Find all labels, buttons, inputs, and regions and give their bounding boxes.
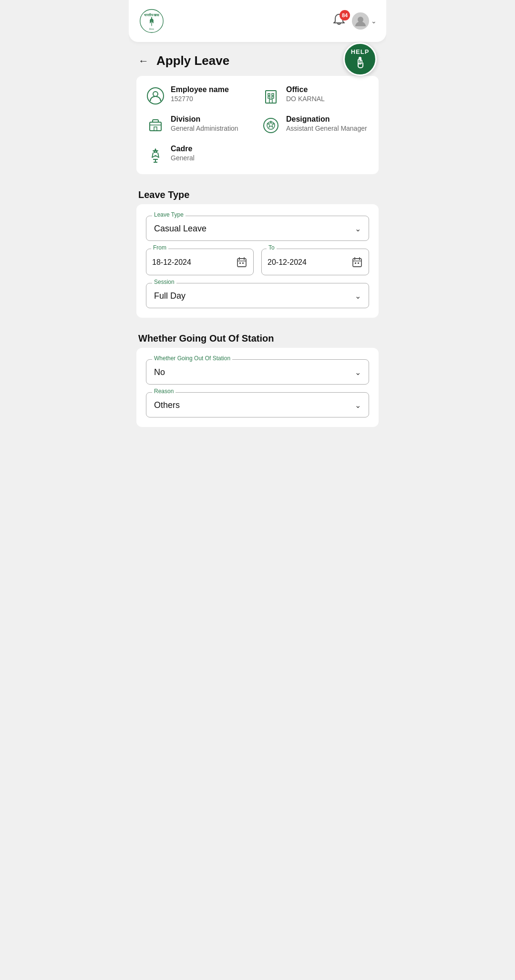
division-label: Division	[171, 115, 238, 124]
designation-icon	[261, 116, 280, 135]
going-out-form-card: Whether Going Out Of Station No ⌄ Reason…	[136, 348, 379, 427]
svg-rect-7	[266, 91, 276, 103]
svg-text:भारतीय खाद्य: भारतीय खाद्य	[144, 13, 160, 17]
svg-rect-15	[154, 127, 157, 131]
designation-label: Designation	[286, 115, 367, 124]
going-out-value: No	[154, 367, 165, 377]
session-chevron-icon: ⌄	[355, 292, 361, 301]
reason-value: Others	[154, 400, 180, 410]
svg-rect-9	[272, 94, 274, 95]
user-profile-button[interactable]: ⌄	[352, 12, 377, 30]
cadre-item: Cadre General	[146, 145, 369, 165]
app-logo: भारतीय खाद्य निगम	[138, 8, 165, 34]
svg-rect-10	[268, 96, 270, 98]
office-value: DO KARNAL	[286, 95, 325, 103]
office-icon	[261, 86, 280, 105]
app-header: भारतीय खाद्य निगम 84	[129, 0, 386, 42]
to-date-field[interactable]: To 20-12-2024	[261, 249, 369, 275]
employee-name-item: Employee name 152770	[146, 85, 254, 105]
svg-text:निगम: निगम	[149, 28, 154, 31]
session-field-label: Session	[152, 279, 176, 285]
cadre-icon	[146, 146, 165, 165]
division-icon	[146, 116, 165, 135]
office-item: Office DO KARNAL	[261, 85, 369, 105]
from-date-label: From	[151, 244, 168, 251]
svg-point-6	[153, 92, 158, 96]
leave-type-field-label: Leave Type	[152, 211, 185, 218]
profile-chevron-icon: ⌄	[371, 17, 377, 25]
back-button[interactable]: ←	[138, 56, 149, 66]
cadre-value: General	[171, 154, 195, 162]
svg-rect-11	[272, 96, 274, 98]
notification-count: 84	[340, 10, 350, 21]
reason-select[interactable]: Reason Others ⌄	[146, 392, 369, 417]
svg-rect-31	[355, 262, 356, 264]
leave-type-section-heading: Leave Type	[129, 182, 386, 204]
to-date-label: To	[267, 244, 277, 251]
leave-type-chevron-icon: ⌄	[355, 224, 361, 233]
svg-rect-27	[353, 259, 361, 267]
help-button[interactable]: HELP	[343, 42, 377, 76]
employee-name-value: 152770	[171, 95, 229, 103]
from-date-value: 18-12-2024	[152, 258, 191, 267]
going-out-chevron-icon: ⌄	[355, 368, 361, 377]
division-item: Division General Administration	[146, 115, 254, 135]
svg-rect-12	[269, 99, 272, 103]
office-label: Office	[286, 85, 325, 94]
hand-pointer-icon	[353, 56, 367, 70]
page-header: ← Apply Leave HELP	[129, 42, 386, 76]
designation-item: Designation Assistant General Manager	[261, 115, 369, 135]
reason-chevron-icon: ⌄	[355, 401, 361, 410]
help-label: HELP	[351, 48, 370, 55]
svg-rect-26	[242, 262, 244, 264]
page-title: Apply Leave	[156, 53, 229, 68]
employee-info-card: Employee name 152770 Office DO KARNAL	[136, 76, 379, 174]
date-range-row: From 18-12-2024 To 20-12-2024	[146, 249, 369, 275]
leave-type-select[interactable]: Leave Type Casual Leave ⌄	[146, 216, 369, 241]
employee-name-label: Employee name	[171, 85, 229, 94]
cadre-label: Cadre	[171, 145, 195, 153]
session-select[interactable]: Session Full Day ⌄	[146, 283, 369, 308]
leave-type-value: Casual Leave	[154, 224, 206, 234]
from-calendar-icon	[236, 257, 247, 268]
going-out-select[interactable]: Whether Going Out Of Station No ⌄	[146, 359, 369, 385]
svg-rect-13	[150, 122, 161, 131]
designation-value: Assistant General Manager	[286, 125, 367, 132]
header-actions: 84 ⌄	[332, 12, 377, 30]
svg-point-17	[267, 122, 275, 129]
division-value: General Administration	[171, 125, 238, 132]
employee-icon	[146, 86, 165, 105]
session-value: Full Day	[154, 291, 185, 301]
svg-rect-25	[239, 262, 241, 264]
svg-rect-8	[268, 94, 270, 95]
going-out-section-heading: Whether Going Out Of Station	[129, 325, 386, 348]
svg-rect-32	[358, 262, 359, 264]
avatar	[352, 12, 369, 30]
svg-rect-21	[237, 259, 246, 267]
reason-field-label: Reason	[152, 388, 175, 395]
to-date-value: 20-12-2024	[268, 258, 307, 267]
to-calendar-icon	[351, 257, 363, 268]
notification-button[interactable]: 84	[332, 13, 346, 29]
from-date-field[interactable]: From 18-12-2024	[146, 249, 254, 275]
leave-type-form-card: Leave Type Casual Leave ⌄ From 18-12-202…	[136, 204, 379, 318]
going-out-field-label: Whether Going Out Of Station	[152, 355, 232, 362]
